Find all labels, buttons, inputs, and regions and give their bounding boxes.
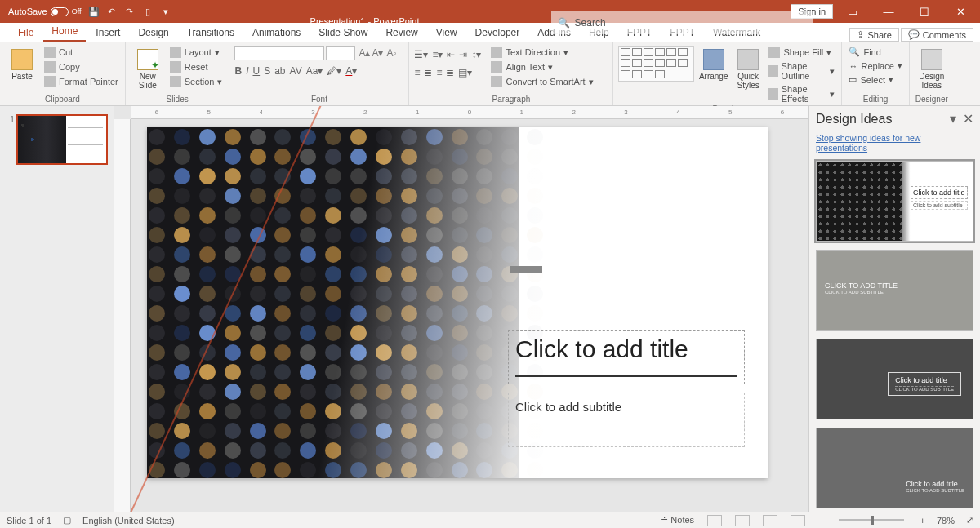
align-left-button[interactable]: ≡: [414, 67, 420, 78]
chevron-down-icon: ▾: [589, 77, 594, 87]
align-text-button[interactable]: Align Text▾: [489, 60, 595, 73]
zoom-slider[interactable]: [839, 519, 904, 521]
shape-outline-button[interactable]: Shape Outline▾: [767, 60, 836, 82]
pane-close-icon[interactable]: ✕: [963, 111, 973, 126]
slide-editor[interactable]: 6543210123456 Click to add title Click t…: [114, 106, 808, 512]
tab-file[interactable]: File: [10, 24, 42, 42]
shape-fill-button[interactable]: Shape Fill▾: [767, 46, 836, 59]
shadow-button[interactable]: ab: [274, 65, 285, 77]
bold-button[interactable]: B: [234, 65, 242, 77]
align-center-button[interactable]: ≣: [424, 67, 432, 78]
increase-font-icon[interactable]: A▴: [359, 47, 370, 59]
underline-button[interactable]: U: [252, 65, 260, 77]
line-spacing-button[interactable]: ↕▾: [471, 49, 481, 60]
increase-indent-button[interactable]: ⇥: [459, 49, 467, 60]
section-button[interactable]: Section▾: [168, 75, 225, 88]
new-slide-icon: ✦: [137, 49, 158, 70]
slidesorter-view-icon[interactable]: [735, 515, 750, 526]
cut-button[interactable]: Cut: [42, 46, 120, 59]
convert-smartart-button[interactable]: Convert to SmartArt▾: [489, 75, 595, 88]
text-direction-button[interactable]: Text Direction▾: [489, 46, 595, 59]
spell-check-icon[interactable]: ▢: [63, 515, 71, 526]
replace-button[interactable]: ↔Replace▾: [847, 60, 903, 72]
notes-button[interactable]: ≐ Notes: [661, 515, 694, 526]
format-painter-button[interactable]: Format Painter: [42, 75, 120, 88]
slide-counter[interactable]: Slide 1 of 1: [7, 516, 51, 526]
shape-effects-button[interactable]: Shape Effects▾: [767, 83, 836, 104]
tab-insert[interactable]: Insert: [87, 24, 128, 42]
design-ideas-pane: Design Ideas ▾ ✕ Stop showing ideas for …: [808, 106, 980, 512]
align-right-button[interactable]: ≡: [436, 67, 442, 78]
reset-button[interactable]: Reset: [168, 60, 225, 73]
arrange-button[interactable]: Arrange: [697, 46, 728, 81]
pane-dropdown-icon[interactable]: ▾: [950, 111, 956, 126]
reading-view-icon[interactable]: [763, 515, 777, 526]
undo-icon[interactable]: ↶: [106, 6, 118, 17]
fit-to-window-icon[interactable]: ⤢: [966, 515, 973, 526]
vertical-ruler: [114, 119, 131, 512]
design-idea-2[interactable]: CLICK TO ADD TITLE CLICK TO ADD SUBTITLE: [816, 250, 973, 331]
format-painter-icon: [44, 76, 56, 87]
tab-transitions[interactable]: Transitions: [179, 24, 243, 42]
quick-styles-button[interactable]: Quick Styles: [733, 46, 764, 90]
qat-dropdown-icon[interactable]: ▾: [160, 6, 172, 17]
select-button[interactable]: ▭Select▾: [847, 73, 903, 86]
decrease-indent-button[interactable]: ⇤: [447, 49, 455, 60]
change-case-button[interactable]: Aa▾: [306, 65, 323, 77]
tab-slideshow[interactable]: Slide Show: [310, 24, 376, 42]
copy-button[interactable]: Copy: [42, 60, 120, 73]
font-color-button[interactable]: A▾: [345, 65, 357, 77]
design-idea-3[interactable]: Click to add title CLICK TO ADD SUBTITLE: [816, 339, 973, 419]
zoom-level[interactable]: 78%: [937, 516, 955, 526]
find-icon: 🔍: [849, 47, 860, 57]
paste-button[interactable]: Paste: [5, 46, 39, 81]
title-placeholder[interactable]: Click to add title: [508, 330, 745, 384]
slideshow-view-icon[interactable]: [791, 515, 805, 526]
zoom-in-icon[interactable]: +: [920, 516, 925, 526]
share-button[interactable]: ⇪Share: [849, 28, 898, 42]
language-status[interactable]: English (United States): [82, 516, 175, 526]
tab-home[interactable]: Home: [43, 22, 86, 42]
minimize-icon[interactable]: —: [872, 0, 905, 23]
redo-icon[interactable]: ↷: [124, 6, 136, 17]
new-slide-button[interactable]: ✦ New Slide: [131, 46, 165, 90]
slide-thumbnail-1[interactable]: [16, 114, 108, 165]
font-family-dropdown[interactable]: [234, 46, 324, 60]
autosave-label: AutoSave: [8, 7, 47, 16]
zoom-out-icon[interactable]: −: [817, 516, 822, 526]
tab-design[interactable]: Design: [130, 24, 176, 42]
stop-showing-link[interactable]: Stop showing ideas for new presentations: [809, 131, 980, 158]
decrease-font-icon[interactable]: A▾: [372, 47, 383, 59]
tab-animations[interactable]: Animations: [244, 24, 309, 42]
font-size-dropdown[interactable]: [326, 46, 355, 60]
design-ideas-button[interactable]: Design Ideas: [915, 46, 949, 90]
justify-button[interactable]: ≣: [446, 67, 454, 78]
design-idea-4[interactable]: Click to add title CLICK TO ADD SUBTITLE: [816, 428, 973, 508]
shapes-gallery[interactable]: [618, 46, 694, 82]
numbering-button[interactable]: ≡▾: [432, 49, 443, 60]
clear-format-icon[interactable]: A◦: [386, 47, 396, 59]
italic-button[interactable]: I: [246, 65, 248, 77]
layout-button[interactable]: Layout▾: [168, 46, 225, 59]
subtitle-placeholder[interactable]: Click to add subtitle: [508, 393, 745, 447]
comments-button[interactable]: 💬Comments: [901, 28, 973, 42]
save-icon[interactable]: 💾: [88, 6, 100, 17]
slide-canvas[interactable]: Click to add title Click to add subtitle: [147, 127, 768, 478]
find-button[interactable]: 🔍Find: [847, 46, 903, 58]
strike-button[interactable]: S: [264, 65, 270, 77]
columns-button[interactable]: ▤▾: [458, 67, 472, 78]
normal-view-icon[interactable]: [707, 515, 722, 526]
char-spacing-button[interactable]: AV: [290, 65, 302, 77]
maximize-icon[interactable]: ☐: [908, 0, 941, 23]
tab-review[interactable]: Review: [377, 24, 425, 42]
tab-developer[interactable]: Developer: [467, 24, 528, 42]
design-idea-1[interactable]: Click to add title Click to add subtitle: [816, 161, 973, 242]
bullets-button[interactable]: ☰▾: [414, 49, 428, 60]
close-icon[interactable]: ✕: [944, 0, 977, 23]
highlight-button[interactable]: 🖉▾: [327, 65, 341, 77]
search-box[interactable]: 🔍 Search: [551, 11, 813, 34]
ribbon-display-icon[interactable]: ▭: [836, 0, 869, 23]
start-from-beginning-icon[interactable]: ▯: [142, 6, 154, 17]
autosave-toggle[interactable]: AutoSave Off: [8, 7, 82, 16]
tab-view[interactable]: View: [428, 24, 466, 42]
